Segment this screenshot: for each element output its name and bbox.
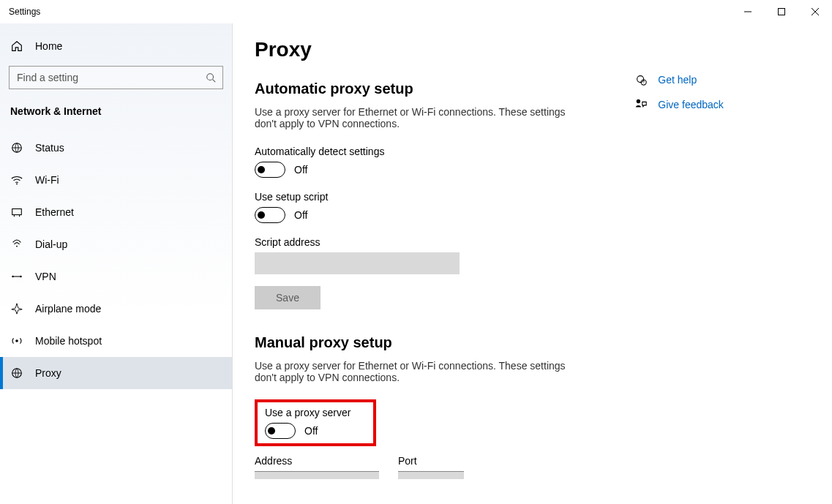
svg-point-4 (207, 74, 214, 80)
auto-detect-state: Off (294, 164, 307, 176)
sidebar-item-proxy[interactable]: Proxy (0, 357, 232, 389)
port-input (398, 471, 464, 479)
sidebar-item-status[interactable]: Status (0, 132, 232, 164)
sidebar-item-label: Ethernet (35, 206, 74, 218)
setup-script-state: Off (294, 209, 307, 221)
sidebar: Home Network & Internet Status (0, 23, 233, 504)
sidebar-item-label: Wi-Fi (35, 174, 59, 186)
airplane-icon (10, 302, 23, 315)
address-port-row: Address Port (255, 455, 634, 479)
auto-proxy-header: Automatic proxy setup (255, 80, 634, 97)
script-address-label: Script address (255, 236, 634, 248)
feedback-icon (634, 98, 648, 111)
sidebar-item-ethernet[interactable]: Ethernet (0, 196, 232, 228)
svg-rect-1 (779, 9, 785, 15)
sidebar-item-hotspot[interactable]: Mobile hotspot (0, 325, 232, 357)
script-address-input (255, 252, 460, 274)
setup-script-toggle-row: Off (255, 207, 634, 223)
port-col: Port (398, 455, 464, 479)
dialup-icon (10, 238, 23, 251)
close-icon (812, 8, 819, 15)
sidebar-item-dialup[interactable]: Dial-up (0, 228, 232, 260)
svg-point-11 (16, 246, 18, 247)
close-button[interactable] (798, 0, 832, 23)
svg-point-12 (12, 276, 14, 278)
settings-window: Settings Home Networ (0, 0, 832, 504)
sidebar-item-label: Proxy (35, 367, 61, 379)
content: Proxy Automatic proxy setup Use a proxy … (255, 38, 634, 504)
manual-proxy-header: Manual proxy setup (255, 334, 634, 351)
save-button: Save (255, 286, 321, 309)
body: Home Network & Internet Status (0, 23, 832, 504)
svg-text:?: ? (642, 80, 645, 84)
proxy-icon (10, 366, 23, 380)
nav-list: Status Wi-Fi Ethernet (0, 126, 232, 389)
address-input (255, 471, 379, 479)
sidebar-item-label: VPN (35, 271, 56, 282)
sidebar-item-wifi[interactable]: Wi-Fi (0, 164, 232, 196)
setup-script-label: Use setup script (255, 191, 634, 203)
help-icon: ? (634, 73, 648, 86)
feedback-label: Give feedback (658, 99, 724, 110)
use-proxy-label: Use a proxy server (265, 407, 366, 418)
search-input[interactable] (9, 66, 223, 89)
address-col: Address (255, 455, 379, 479)
category-header: Network & Internet (0, 105, 232, 126)
page-title: Proxy (255, 38, 634, 61)
svg-point-15 (15, 339, 18, 342)
port-label: Port (398, 455, 464, 467)
status-icon (10, 141, 23, 154)
home-icon (10, 40, 23, 53)
minimize-button[interactable] (731, 0, 765, 23)
auto-proxy-desc: Use a proxy server for Ethernet or Wi-Fi… (255, 106, 569, 129)
give-feedback-link[interactable]: Give feedback (634, 98, 810, 111)
vpn-icon (10, 270, 23, 283)
get-help-link[interactable]: ? Get help (634, 73, 810, 86)
search-wrap (9, 66, 223, 89)
manual-proxy-desc: Use a proxy server for Ethernet or Wi-Fi… (255, 360, 569, 383)
titlebar: Settings (0, 0, 832, 23)
window-title: Settings (0, 7, 40, 17)
hotspot-icon (10, 334, 23, 347)
svg-line-5 (213, 80, 216, 83)
sidebar-item-label: Mobile hotspot (35, 335, 102, 347)
sidebar-item-label: Airplane mode (35, 303, 101, 315)
sidebar-item-label: Dial-up (35, 238, 67, 250)
ethernet-icon (10, 206, 23, 219)
help-label: Get help (658, 74, 697, 86)
home-button[interactable]: Home (0, 37, 232, 66)
svg-point-20 (637, 99, 640, 103)
aside: ? Get help Give feedback (634, 38, 810, 504)
highlight-box: Use a proxy server Off (255, 399, 376, 446)
maximize-icon (778, 8, 785, 15)
auto-detect-label: Automatically detect settings (255, 146, 634, 157)
auto-detect-toggle-row: Off (255, 162, 634, 178)
sidebar-item-airplane[interactable]: Airplane mode (0, 293, 232, 325)
svg-point-13 (20, 276, 22, 278)
wifi-icon (10, 173, 23, 187)
search-icon (206, 72, 216, 83)
use-proxy-toggle[interactable] (265, 423, 296, 439)
address-label: Address (255, 455, 379, 467)
maximize-button[interactable] (765, 0, 798, 23)
svg-point-7 (16, 184, 18, 185)
use-proxy-state: Off (304, 425, 318, 437)
main: Proxy Automatic proxy setup Use a proxy … (233, 23, 832, 504)
auto-detect-toggle[interactable] (255, 162, 285, 178)
setup-script-toggle[interactable] (255, 207, 285, 223)
minimize-icon (744, 8, 752, 15)
svg-rect-8 (12, 209, 22, 215)
home-label: Home (35, 40, 62, 52)
use-proxy-toggle-row: Off (265, 423, 366, 439)
sidebar-item-vpn[interactable]: VPN (0, 260, 232, 293)
sidebar-item-label: Status (35, 142, 64, 154)
